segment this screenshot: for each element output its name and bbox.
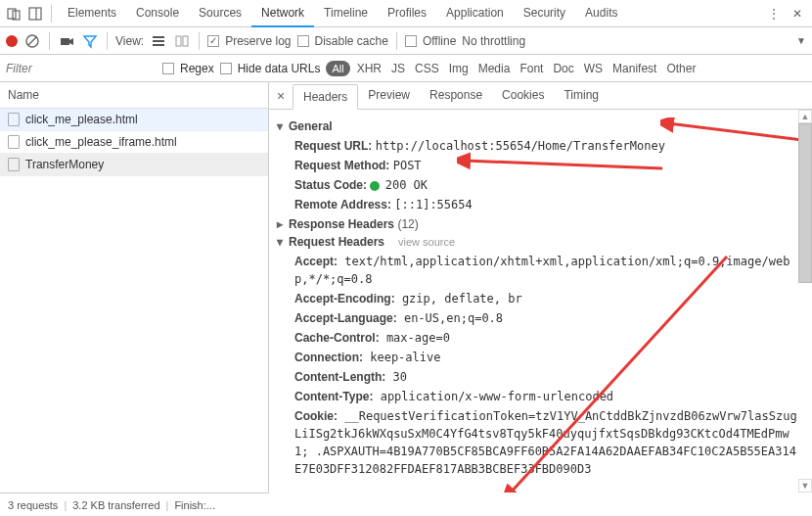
view-label: View: <box>115 34 144 48</box>
tab-profiles[interactable]: Profiles <box>378 0 436 27</box>
request-detail-panel: × HeadersPreviewResponseCookiesTiming Ge… <box>269 82 812 493</box>
filter-type-doc[interactable]: Doc <box>550 60 576 77</box>
filter-type-other[interactable]: Other <box>663 60 699 77</box>
header-row: Connection: keep-alive <box>294 349 802 366</box>
header-row: Content-Length: 30 <box>294 368 802 386</box>
network-filter-bar: Regex Hide data URLs AllXHRJSCSSImgMedia… <box>0 55 812 82</box>
header-row: Accept-Language: en-US,en;q=0.8 <box>294 309 802 327</box>
tab-application[interactable]: Application <box>436 0 514 27</box>
header-row: Accept: text/html,application/xhtml+xml,… <box>294 253 802 288</box>
header-value: max-age=0 <box>380 331 450 345</box>
file-icon <box>8 158 20 171</box>
request-url-row: Request URL: http://localhost:55654/Home… <box>294 137 802 155</box>
network-toolbar: View: Preserve log Disable cache Offline… <box>0 27 812 55</box>
header-key: Connection: <box>294 351 363 364</box>
record-icon[interactable] <box>6 35 18 47</box>
detail-tab-cookies[interactable]: Cookies <box>492 83 554 109</box>
hide-data-urls-checkbox[interactable] <box>220 63 232 74</box>
status-dot-icon <box>370 181 380 191</box>
filter-icon[interactable] <box>81 32 99 50</box>
header-row: Content-Type: application/x-www-form-url… <box>294 388 802 405</box>
tab-elements[interactable]: Elements <box>58 0 126 27</box>
request-name: click_me_please.html <box>25 113 138 126</box>
tab-network[interactable]: Network <box>251 0 314 27</box>
detail-tab-headers[interactable]: Headers <box>293 84 358 110</box>
view-source-link[interactable]: view source <box>398 236 455 248</box>
network-main: Name click_me_please.htmlclick_me_please… <box>0 82 812 493</box>
scroll-down-icon[interactable]: ▼ <box>798 479 812 493</box>
status-footer: 3 requests | 3.2 KB transferred | Finish… <box>0 493 269 516</box>
header-value: gzip, deflate, br <box>395 292 522 305</box>
filter-type-xhr[interactable]: XHR <box>354 60 384 77</box>
svg-marker-8 <box>84 36 96 47</box>
header-row: Cache-Control: max-age=0 <box>294 329 802 347</box>
devtools-tabstrip: ElementsConsoleSourcesNetworkTimelinePro… <box>0 0 812 27</box>
footer-requests: 3 requests <box>8 499 58 511</box>
header-value: application/x-www-form-urlencoded <box>373 390 613 403</box>
clear-icon[interactable] <box>23 32 41 50</box>
svg-rect-6 <box>61 38 69 45</box>
filter-type-manifest[interactable]: Manifest <box>609 60 659 77</box>
detail-tab-timing[interactable]: Timing <box>554 83 609 109</box>
view-list-icon[interactable] <box>150 32 167 50</box>
request-row[interactable]: click_me_please_iframe.html <box>0 131 268 154</box>
preserve-log-checkbox[interactable] <box>207 35 219 47</box>
kebab-menu-icon[interactable]: ⋮ <box>763 7 785 21</box>
section-response-headers-title[interactable]: Response Headers (12) <box>277 217 802 231</box>
divider <box>51 5 52 23</box>
header-value: 30 <box>385 370 407 384</box>
tab-security[interactable]: Security <box>514 0 575 27</box>
scrollbar-thumb[interactable] <box>798 123 812 283</box>
filter-type-media[interactable]: Media <box>475 60 514 77</box>
remote-address-row: Remote Address: [::1]:55654 <box>294 196 802 213</box>
filter-type-font[interactable]: Font <box>517 60 546 77</box>
filter-type-css[interactable]: CSS <box>412 60 442 77</box>
file-icon <box>8 113 20 126</box>
detail-tab-preview[interactable]: Preview <box>358 83 420 109</box>
close-detail-icon[interactable]: × <box>269 88 293 104</box>
regex-checkbox[interactable] <box>162 63 174 74</box>
regex-label: Regex <box>180 62 214 75</box>
section-general-title[interactable]: General <box>277 119 802 133</box>
view-frames-icon[interactable] <box>173 32 191 50</box>
detail-body: General Request URL: http://localhost:55… <box>269 110 812 493</box>
device-mode-icon[interactable] <box>4 4 23 23</box>
filter-type-img[interactable]: Img <box>446 60 472 77</box>
detail-tab-response[interactable]: Response <box>420 83 492 109</box>
svg-rect-13 <box>183 36 188 46</box>
header-key: Accept-Encoding: <box>294 292 395 305</box>
tab-audits[interactable]: Audits <box>575 0 627 27</box>
requests-header[interactable]: Name <box>0 82 268 109</box>
filter-type-all[interactable]: All <box>326 61 349 76</box>
header-key: Content-Type: <box>294 390 373 403</box>
dock-side-icon[interactable] <box>25 4 45 23</box>
tab-console[interactable]: Console <box>126 0 189 27</box>
throttling-select[interactable]: No throttling <box>462 34 525 48</box>
preserve-log-label: Preserve log <box>225 34 291 48</box>
section-request-headers-title[interactable]: Request Headersview source <box>277 235 802 249</box>
vertical-scrollbar[interactable]: ▲ ▼ <box>798 110 812 493</box>
close-devtools-icon[interactable]: ✕ <box>787 7 808 21</box>
request-name: TransferMoney <box>25 158 104 171</box>
offline-checkbox[interactable] <box>405 35 417 47</box>
header-key: Content-Length: <box>294 370 385 384</box>
disable-cache-checkbox[interactable] <box>297 35 309 47</box>
chevron-down-icon[interactable]: ▼ <box>796 35 806 46</box>
request-method-row: Request Method: POST <box>294 157 802 174</box>
scroll-up-icon[interactable]: ▲ <box>798 110 812 123</box>
footer-transferred: 3.2 KB transferred <box>72 499 159 511</box>
tab-sources[interactable]: Sources <box>189 0 251 27</box>
request-row[interactable]: click_me_please.html <box>0 109 268 131</box>
header-key: Accept-Language: <box>294 311 397 325</box>
offline-label: Offline <box>423 34 456 48</box>
camera-icon[interactable] <box>58 32 75 50</box>
filter-input[interactable] <box>0 58 157 79</box>
svg-rect-12 <box>176 36 181 46</box>
request-row[interactable]: TransferMoney <box>0 154 268 176</box>
header-row: Accept-Encoding: gzip, deflate, br <box>294 290 802 307</box>
disable-cache-label: Disable cache <box>315 34 388 48</box>
tab-timeline[interactable]: Timeline <box>314 0 378 27</box>
svg-line-5 <box>28 37 36 45</box>
filter-type-ws[interactable]: WS <box>581 60 606 77</box>
filter-type-js[interactable]: JS <box>388 60 408 77</box>
